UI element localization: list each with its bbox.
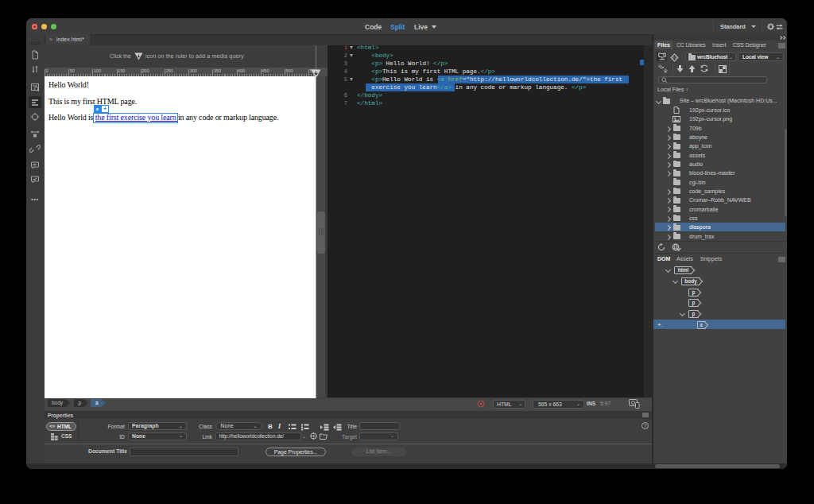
svg-text:?: ?: [644, 423, 647, 428]
